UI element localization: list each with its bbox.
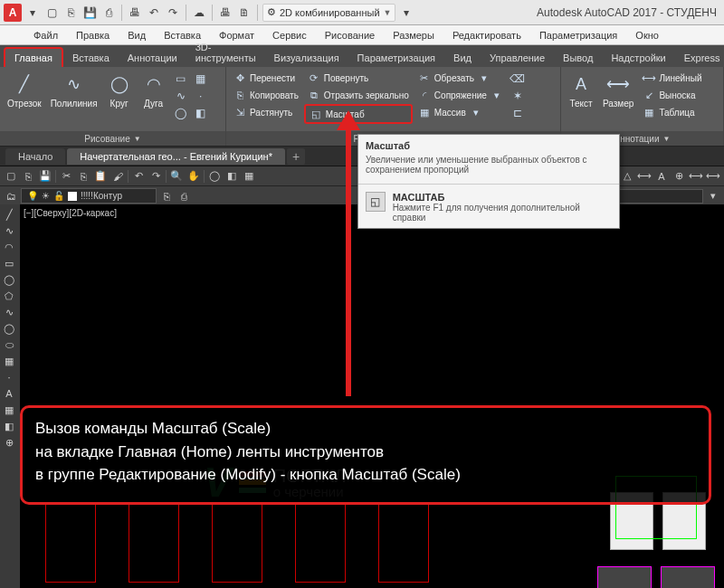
tool-icon[interactable]: ∙: [2, 370, 16, 384]
offset-icon[interactable]: ⊏: [510, 106, 525, 120]
print-icon[interactable]: 🖶: [217, 5, 233, 21]
tool-icon[interactable]: ⬭: [2, 337, 16, 352]
menu-dropdown-icon[interactable]: ▾: [24, 5, 41, 21]
tool-icon[interactable]: ▾: [706, 189, 720, 204]
saveas-icon[interactable]: ⎙: [100, 5, 117, 21]
tool-icon[interactable]: ◧: [2, 419, 16, 433]
copy-button[interactable]: ⎘Копировать: [230, 87, 302, 103]
rotate-button[interactable]: ⟳Повернуть: [304, 70, 413, 86]
menu-param[interactable]: Параметризация: [531, 27, 625, 43]
tab-visual[interactable]: Визуализация: [265, 49, 348, 67]
tool-icon[interactable]: ⎘: [21, 169, 35, 184]
cloud-icon[interactable]: ☁: [191, 5, 207, 21]
open-icon[interactable]: ⎘: [62, 5, 79, 21]
arc-button[interactable]: ◠Дуга: [138, 70, 170, 110]
tool-icon[interactable]: ⬠: [2, 289, 16, 303]
drawing-rect[interactable]: [129, 503, 179, 583]
layer-props-icon[interactable]: 🗂: [4, 189, 18, 204]
plot-icon[interactable]: 🖶: [127, 5, 143, 21]
tool-icon[interactable]: ⎙: [176, 189, 191, 204]
line-button[interactable]: ╱Отрезок: [4, 70, 45, 110]
move-button[interactable]: ✥Перенести: [230, 70, 302, 86]
menu-draw[interactable]: Рисование: [317, 27, 383, 43]
fillet-button[interactable]: ◜Сопряжение▾: [414, 87, 507, 103]
tab-view[interactable]: Вид: [444, 49, 481, 67]
doc-tab-current[interactable]: Начертательная гео... - Евгений Курицин*: [67, 148, 285, 165]
tool-icon[interactable]: ◯: [2, 272, 16, 287]
tool-icon[interactable]: ⎘: [159, 189, 174, 204]
tool-icon[interactable]: ↷: [148, 169, 163, 184]
undo-icon[interactable]: ↶: [146, 5, 162, 21]
tool-icon[interactable]: ▭: [2, 256, 16, 270]
qat-more-icon[interactable]: ▾: [398, 5, 414, 21]
menu-window[interactable]: Окно: [627, 27, 667, 43]
tool-icon[interactable]: 📋: [93, 169, 108, 184]
mirror-button[interactable]: ⧉Отразить зеркально: [304, 87, 413, 103]
tool-icon[interactable]: ↶: [131, 169, 146, 184]
tab-insert[interactable]: Вставка: [63, 49, 119, 67]
drawing-rect[interactable]: [45, 503, 96, 583]
doc-tab-start[interactable]: Начало: [5, 148, 65, 165]
tab-param[interactable]: Параметризация: [348, 49, 444, 67]
menu-file[interactable]: Файл: [25, 27, 66, 43]
tool-icon[interactable]: ⟷: [706, 169, 720, 184]
drawing-canvas[interactable]: [−][Сверху][2D-каркас] ╱∿◠▭◯⬠∿◯⬭▦∙A▦◧⊕ V…: [0, 204, 724, 588]
tool-icon[interactable]: A: [2, 386, 16, 401]
circle-button[interactable]: ◯Круг: [103, 70, 136, 110]
tool-icon[interactable]: ∿: [2, 223, 16, 238]
tool-icon[interactable]: ◯: [2, 321, 16, 336]
array-button[interactable]: ▦Массив▾: [414, 104, 507, 120]
tool-icon[interactable]: 🖌: [110, 169, 125, 184]
tool-icon[interactable]: ✋: [186, 169, 201, 184]
drawing-rect[interactable]: [212, 503, 262, 583]
tool-icon[interactable]: ⟷: [689, 169, 703, 184]
viewport-label[interactable]: [−][Сверху][2D-каркас]: [24, 208, 117, 218]
tool-icon[interactable]: ▦: [2, 354, 16, 368]
tool-icon[interactable]: ⟷: [637, 169, 652, 184]
tab-manage[interactable]: Управление: [481, 49, 554, 67]
tab-annotate[interactable]: Аннотации: [119, 49, 186, 67]
menu-edit[interactable]: Правка: [68, 27, 118, 43]
spline-icon[interactable]: ∿: [174, 89, 188, 103]
tool-icon[interactable]: ▢: [4, 169, 18, 184]
tool-icon[interactable]: A: [654, 169, 669, 184]
tool-icon[interactable]: ✂: [59, 169, 73, 184]
panel-draw-title[interactable]: Рисование▼: [0, 131, 225, 146]
erase-icon[interactable]: ⌫: [510, 71, 525, 86]
tool-icon[interactable]: ▦: [242, 169, 256, 184]
hatch-icon[interactable]: ▦: [194, 71, 208, 86]
linear-button[interactable]: ⟷Линейный: [639, 70, 705, 86]
rectangle-icon[interactable]: ▭: [174, 71, 188, 86]
tool-icon[interactable]: ⊕: [2, 435, 16, 450]
region-icon[interactable]: ◧: [194, 106, 208, 120]
tool-icon[interactable]: ◠: [2, 240, 16, 254]
save-icon[interactable]: 💾: [81, 5, 98, 21]
drawing-sketch[interactable]: [661, 566, 715, 588]
tab-3dtools[interactable]: 3D-инструменты: [186, 38, 265, 67]
tool-icon[interactable]: 💾: [38, 169, 52, 184]
new-doc-button[interactable]: +: [287, 148, 305, 165]
tab-output[interactable]: Вывод: [554, 49, 602, 67]
dimension-button[interactable]: ⟷Размер: [599, 70, 637, 110]
workspace-switcher[interactable]: ⚙ 2D комбинированный ▼: [262, 4, 395, 22]
polyline-button[interactable]: ∿Полилиния: [47, 70, 101, 110]
explode-icon[interactable]: ✶: [510, 89, 525, 103]
tool-icon[interactable]: ▦: [2, 403, 16, 417]
redo-icon[interactable]: ↷: [165, 5, 181, 21]
menu-tools[interactable]: Сервис: [264, 27, 315, 43]
tool-icon[interactable]: ∿: [2, 305, 16, 319]
layer-dropdown[interactable]: 💡☀🔓 !!!!!Контур: [21, 188, 157, 204]
drawing-rect[interactable]: [295, 503, 346, 583]
preview-icon[interactable]: 🗎: [236, 5, 252, 21]
tool-icon[interactable]: 🔍: [169, 169, 184, 184]
tool-icon[interactable]: ◯: [207, 169, 222, 184]
menu-dims[interactable]: Размеры: [385, 27, 443, 43]
stretch-button[interactable]: ⇲Растянуть: [230, 104, 302, 120]
tool-icon[interactable]: △: [620, 169, 634, 184]
drawing-rect[interactable]: [378, 503, 429, 583]
tool-icon[interactable]: ⊕: [672, 169, 686, 184]
drawing-sketch[interactable]: [597, 566, 652, 588]
menu-view[interactable]: Вид: [119, 27, 154, 43]
text-button[interactable]: AТекст: [565, 70, 597, 110]
tab-home[interactable]: Главная: [4, 47, 63, 67]
